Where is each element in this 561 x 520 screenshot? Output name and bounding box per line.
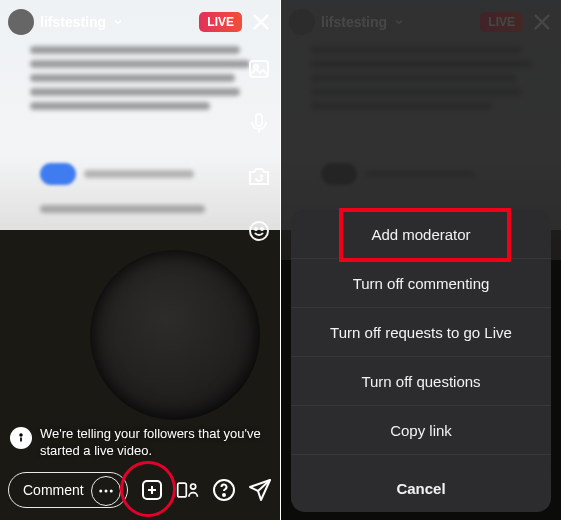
camera-flip-icon[interactable] — [246, 164, 272, 190]
svg-point-6 — [250, 222, 268, 240]
sheet-item-turn-off-requests[interactable]: Turn off requests to go Live — [291, 307, 551, 356]
image-icon[interactable] — [246, 56, 272, 82]
chevron-down-icon[interactable] — [112, 16, 124, 28]
invite-guest-icon[interactable] — [176, 478, 200, 502]
microphone-icon[interactable] — [246, 110, 272, 136]
svg-point-7 — [255, 228, 257, 230]
sheet-item-turn-off-commenting[interactable]: Turn off commenting — [291, 258, 551, 307]
close-icon[interactable] — [250, 11, 272, 33]
svg-rect-2 — [250, 61, 268, 77]
cancel-button[interactable]: Cancel — [291, 464, 551, 512]
svg-rect-17 — [178, 483, 187, 497]
svg-point-11 — [99, 490, 102, 493]
effects-icon[interactable] — [246, 218, 272, 244]
svg-point-8 — [261, 228, 263, 230]
live-header: lifstesting LIVE — [8, 8, 272, 36]
svg-point-18 — [191, 484, 196, 489]
send-icon[interactable] — [248, 478, 272, 502]
action-sheet: Add moderator Turn off commenting Turn o… — [291, 210, 551, 503]
sheet-item-add-moderator[interactable]: Add moderator — [291, 210, 551, 258]
more-options-button[interactable] — [91, 476, 121, 506]
info-icon — [10, 427, 32, 449]
live-badge: LIVE — [199, 12, 242, 32]
live-start-toast: We're telling your followers that you've… — [10, 426, 270, 460]
svg-point-12 — [105, 490, 108, 493]
questions-icon[interactable] — [212, 478, 236, 502]
bottom-bar: Comment — [8, 470, 272, 510]
svg-point-20 — [223, 494, 225, 496]
add-media-icon[interactable] — [140, 478, 164, 502]
live-options-sheet-screen: lifstesting LIVE Add moderator Turn off … — [281, 0, 561, 520]
toast-text: We're telling your followers that you've… — [40, 426, 270, 460]
svg-point-13 — [110, 490, 113, 493]
username-label[interactable]: lifstesting — [40, 14, 106, 30]
side-toolbar — [246, 56, 272, 244]
live-broadcast-screen: lifstesting LIVE — [0, 0, 280, 520]
sheet-item-turn-off-questions[interactable]: Turn off questions — [291, 356, 551, 405]
sheet-item-copy-link[interactable]: Copy link — [291, 405, 551, 454]
svg-rect-4 — [256, 114, 262, 126]
comment-input[interactable]: Comment — [8, 472, 128, 508]
avatar[interactable] — [8, 9, 34, 35]
svg-point-9 — [20, 434, 22, 436]
comment-placeholder: Comment — [23, 482, 84, 498]
